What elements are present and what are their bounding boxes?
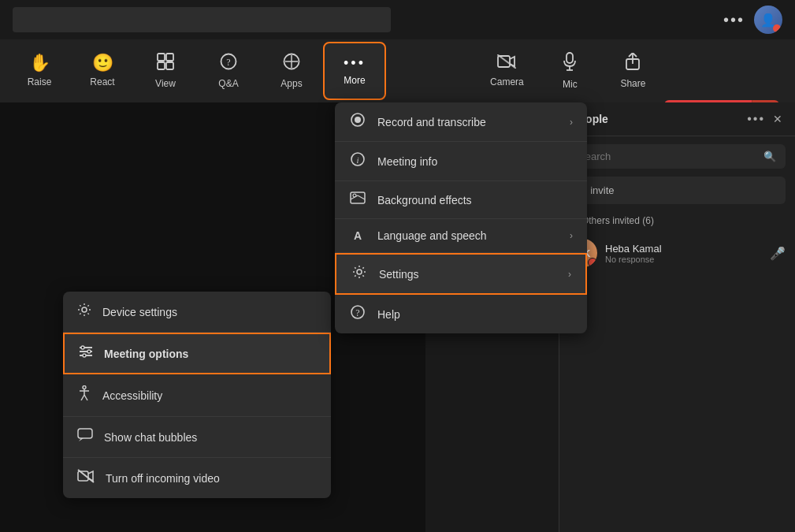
dropdown-item-settings[interactable]: Settings › — [335, 253, 587, 295]
submenu-item-showchat[interactable]: Show chat bubbles — [63, 417, 331, 458]
mic-button[interactable]: Mic — [538, 42, 601, 100]
svg-point-26 — [82, 307, 87, 312]
svg-point-22 — [353, 194, 356, 197]
svg-rect-10 — [498, 56, 510, 67]
svg-point-31 — [87, 350, 91, 353]
svg-line-21 — [358, 195, 365, 199]
more-dropdown: Record and transcribe › i Meeting info B… — [335, 102, 587, 333]
view-icon — [157, 53, 174, 73]
raise-label: Raise — [28, 76, 52, 87]
devicesettings-icon — [77, 303, 91, 321]
svg-rect-0 — [158, 54, 165, 61]
apps-icon — [283, 53, 300, 73]
svg-rect-38 — [78, 429, 92, 438]
camera-icon — [497, 54, 516, 72]
dropdown-item-record[interactable]: Record and transcribe › — [335, 102, 587, 142]
submenu-item-accessibility[interactable]: Accessibility — [63, 374, 331, 417]
dropdown-label-help: Help — [377, 308, 573, 321]
dropdown-label-meetinginfo: Meeting info — [377, 155, 573, 168]
svg-line-36 — [81, 395, 84, 400]
accessibility-label: Accessibility — [102, 389, 162, 402]
invite-box[interactable]: re invite — [569, 177, 786, 204]
more-button[interactable]: ••• More — [323, 42, 386, 100]
settings-icon — [351, 265, 368, 283]
dropdown-label-language: Language and speech — [377, 229, 559, 242]
mic-icon — [563, 52, 577, 74]
mic-label: Mic — [563, 79, 578, 90]
meeting-title-bar — [13, 7, 391, 32]
svg-line-37 — [84, 395, 87, 400]
svg-text:i: i — [356, 155, 358, 165]
svg-text:?: ? — [226, 57, 230, 68]
raise-icon: ✋ — [29, 54, 50, 72]
panel-close-button[interactable]: ✕ — [773, 113, 782, 125]
participant-item: HK Heba Kamal No response 🎤 — [569, 234, 786, 272]
record-chevron-icon: › — [570, 117, 573, 128]
background-icon — [349, 192, 366, 208]
accessibility-icon — [77, 385, 91, 405]
language-chevron-icon: › — [570, 230, 573, 241]
submenu-item-devicesettings[interactable]: Device settings — [63, 292, 331, 333]
qa-label: Q&A — [218, 78, 238, 89]
share-icon — [625, 53, 641, 73]
view-label: View — [155, 78, 176, 89]
qa-button[interactable]: ? Q&A — [197, 42, 260, 100]
participant-mic-icon: 🎤 — [770, 246, 786, 261]
submenu-item-turnoffvideo[interactable]: Turn off incoming video — [63, 458, 331, 498]
view-button[interactable]: View — [134, 42, 197, 100]
turnoffvideo-icon — [77, 469, 95, 487]
svg-point-23 — [357, 270, 362, 274]
more-icon: ••• — [344, 56, 366, 70]
participant-status-badge — [588, 258, 597, 267]
svg-rect-3 — [166, 62, 173, 69]
dropdown-label-record: Record and transcribe — [377, 116, 559, 128]
raise-button[interactable]: ✋ Raise — [8, 42, 71, 100]
dropdown-label-settings: Settings — [379, 268, 557, 281]
participant-status-heba: No response — [605, 255, 762, 264]
dropdown-label-background: Background effects — [377, 194, 573, 206]
showchat-icon — [77, 428, 93, 446]
dropdown-item-background[interactable]: Background effects — [335, 181, 587, 219]
others-invited-header[interactable]: ▼ Others invited (6) — [569, 215, 786, 226]
search-icon[interactable]: 🔍 — [763, 151, 776, 162]
right-panel-icons: ••• ✕ — [747, 112, 782, 126]
right-panel: People ••• ✕ Search 🔍 re invite ▼ Others… — [559, 102, 795, 532]
turnoffvideo-label: Turn off incoming video — [106, 472, 220, 485]
share-label: Share — [620, 78, 645, 89]
dropdown-item-meetinginfo[interactable]: i Meeting info — [335, 142, 587, 181]
avatar[interactable]: 👤 — [754, 6, 782, 34]
settings-submenu: Device settings Meeting options — [63, 292, 331, 498]
participants-section: ▼ Others invited (6) HK Heba Kamal No re… — [559, 209, 795, 278]
right-panel-header: People ••• ✕ — [559, 102, 795, 136]
react-button[interactable]: 🙂 React — [71, 42, 134, 100]
svg-point-16 — [355, 117, 361, 123]
dropdown-item-help[interactable]: ? Help — [335, 295, 587, 333]
camera-button[interactable]: Camera — [475, 42, 538, 100]
top-three-dots-button[interactable]: ••• — [723, 11, 745, 29]
camera-label: Camera — [490, 76, 524, 87]
react-icon: 🙂 — [92, 54, 113, 72]
svg-rect-11 — [567, 53, 573, 63]
avatar-status-badge — [773, 24, 781, 32]
svg-rect-2 — [158, 62, 165, 69]
top-bar: ••• 👤 — [0, 0, 795, 39]
apps-label: Apps — [280, 78, 302, 89]
participant-info-heba: Heba Kamal No response — [605, 243, 762, 264]
search-box: Search 🔍 — [569, 144, 786, 169]
dropdown-item-language[interactable]: A Language and speech › — [335, 219, 587, 253]
toolbar: ✋ Raise 🙂 React View ? Q&A — [0, 39, 795, 102]
participant-name-heba: Heba Kamal — [605, 243, 762, 255]
meetingoptions-label: Meeting options — [104, 348, 188, 360]
devicesettings-label: Device settings — [102, 306, 177, 318]
submenu-item-meetingoptions[interactable]: Meeting options — [63, 333, 331, 374]
svg-rect-1 — [166, 54, 173, 61]
meetinginfo-icon: i — [349, 152, 366, 170]
apps-button[interactable]: Apps — [260, 42, 323, 100]
share-button[interactable]: Share — [601, 42, 664, 100]
showchat-label: Show chat bubbles — [104, 431, 197, 444]
panel-three-dots-button[interactable]: ••• — [747, 112, 765, 126]
react-label: React — [90, 76, 114, 87]
svg-point-30 — [81, 346, 84, 349]
top-bar-right: ••• 👤 — [723, 6, 782, 34]
meetingoptions-icon — [79, 345, 93, 362]
